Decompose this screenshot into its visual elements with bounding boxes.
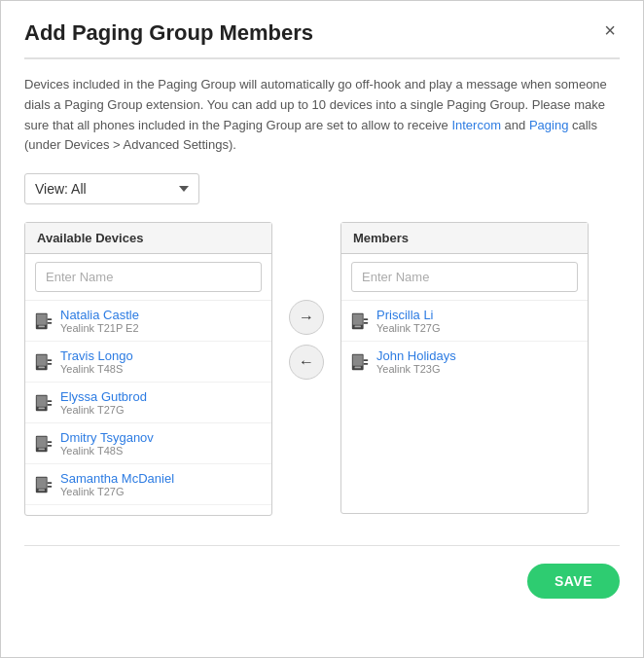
svg-rect-39 (364, 363, 369, 365)
svg-rect-2 (39, 325, 45, 327)
item-name: Priscilla Li (376, 308, 440, 322)
item-info: Samantha McDaniel Yealink T27G (60, 471, 174, 497)
members-search-input[interactable] (351, 262, 578, 292)
item-model: Yealink T23G (376, 363, 456, 375)
svg-rect-18 (48, 441, 53, 443)
svg-rect-8 (48, 359, 53, 361)
svg-rect-1 (37, 313, 47, 324)
svg-rect-33 (364, 318, 369, 320)
svg-rect-3 (48, 318, 53, 320)
intercom-link[interactable]: Intercom (451, 118, 501, 132)
item-name: John Holidays (376, 348, 456, 363)
item-info: Elyssa Gutbrod Yealink T27G (60, 389, 147, 416)
modal-container: Add Paging Group Members × Devices inclu… (0, 0, 644, 658)
svg-rect-34 (364, 322, 369, 324)
svg-rect-14 (48, 404, 53, 406)
members-panel: Members Priscilla Li Yealink T27G (340, 222, 589, 514)
members-panel-header: Members (341, 223, 588, 254)
svg-rect-21 (37, 477, 47, 488)
item-model: Yealink T21P E2 (60, 322, 139, 334)
move-right-button[interactable]: → (289, 300, 324, 335)
item-name: Dmitry Tsyganov (60, 430, 154, 445)
modal-header: Add Paging Group Members × (24, 20, 620, 59)
item-name: Zayan Rose (60, 512, 128, 515)
info-text-plain2: and (501, 118, 529, 132)
svg-rect-4 (48, 322, 53, 324)
list-item[interactable]: Travis Longo Yealink T48S (25, 342, 271, 383)
svg-rect-9 (48, 363, 53, 365)
info-text: Devices included in the Paging Group wil… (24, 75, 620, 156)
device-icon (35, 393, 53, 413)
close-button[interactable]: × (600, 20, 620, 40)
view-select[interactable]: View: All Yealink Cisco Polycom (24, 173, 199, 204)
list-item[interactable]: Samantha McDaniel Yealink T27G (25, 464, 271, 505)
view-select-wrapper: View: All Yealink Cisco Polycom (24, 173, 620, 204)
device-icon (35, 311, 53, 331)
item-model: Yealink T27G (60, 486, 174, 497)
item-info: Dmitry Tsyganov Yealink T48S (60, 430, 154, 457)
item-model: Yealink T27G (376, 322, 440, 334)
device-icon (35, 352, 53, 372)
svg-rect-32 (355, 325, 361, 327)
panels-container: Available Devices Natalia Castle Yealin (24, 222, 620, 516)
item-name: Samantha McDaniel (60, 471, 174, 486)
device-icon (351, 311, 369, 331)
list-item[interactable]: Natalia Castle Yealink T21P E2 (25, 301, 271, 342)
item-name: Natalia Castle (60, 308, 139, 322)
list-item[interactable]: Elyssa Gutbrod Yealink T27G (25, 383, 271, 423)
svg-rect-24 (48, 486, 53, 488)
arrow-buttons-container: → ← (272, 222, 340, 380)
modal-title: Add Paging Group Members (24, 20, 313, 46)
svg-rect-22 (39, 489, 45, 491)
svg-rect-23 (48, 482, 53, 484)
svg-rect-37 (355, 366, 361, 368)
available-devices-list: Natalia Castle Yealink T21P E2 Travis Lo… (25, 301, 271, 515)
members-search-wrapper (341, 254, 588, 301)
list-item[interactable]: John Holidays Yealink T23G (341, 342, 588, 382)
save-button[interactable]: SAVE (527, 564, 620, 599)
svg-rect-19 (48, 445, 53, 447)
svg-rect-16 (37, 436, 47, 447)
item-info: Priscilla Li Yealink T27G (376, 308, 440, 334)
device-icon (35, 475, 53, 494)
svg-rect-36 (353, 354, 363, 365)
item-info: Travis Longo Yealink T48S (60, 348, 133, 375)
list-item[interactable]: Priscilla Li Yealink T27G (341, 301, 588, 342)
svg-rect-11 (37, 395, 47, 406)
svg-rect-7 (39, 366, 45, 368)
list-item[interactable]: Dmitry Tsyganov Yealink T48S (25, 423, 271, 464)
item-model: Yealink T27G (60, 404, 147, 416)
available-devices-panel: Available Devices Natalia Castle Yealin (24, 222, 272, 516)
device-icon (351, 352, 369, 372)
available-panel-header: Available Devices (25, 223, 271, 254)
item-model: Yealink T48S (60, 363, 133, 375)
modal-footer: SAVE (24, 545, 620, 599)
item-name: Travis Longo (60, 348, 133, 363)
svg-rect-38 (364, 359, 369, 361)
item-info: Natalia Castle Yealink T21P E2 (60, 308, 139, 334)
move-left-button[interactable]: ← (289, 345, 324, 380)
svg-rect-31 (353, 313, 363, 324)
svg-rect-13 (48, 400, 53, 402)
item-info: Zayan Rose Yealink T48S (60, 512, 128, 515)
item-model: Yealink T48S (60, 445, 154, 457)
item-info: John Holidays Yealink T23G (376, 348, 456, 375)
device-icon (35, 434, 53, 454)
available-search-wrapper (25, 254, 271, 301)
available-search-input[interactable] (35, 262, 262, 292)
list-item[interactable]: Zayan Rose Yealink T48S (25, 505, 271, 515)
paging-link[interactable]: Paging (529, 118, 568, 132)
members-list: Priscilla Li Yealink T27G John Holidays (341, 301, 588, 382)
item-name: Elyssa Gutbrod (60, 389, 147, 404)
svg-rect-6 (37, 354, 47, 365)
svg-rect-17 (39, 448, 45, 450)
svg-rect-12 (39, 407, 45, 409)
